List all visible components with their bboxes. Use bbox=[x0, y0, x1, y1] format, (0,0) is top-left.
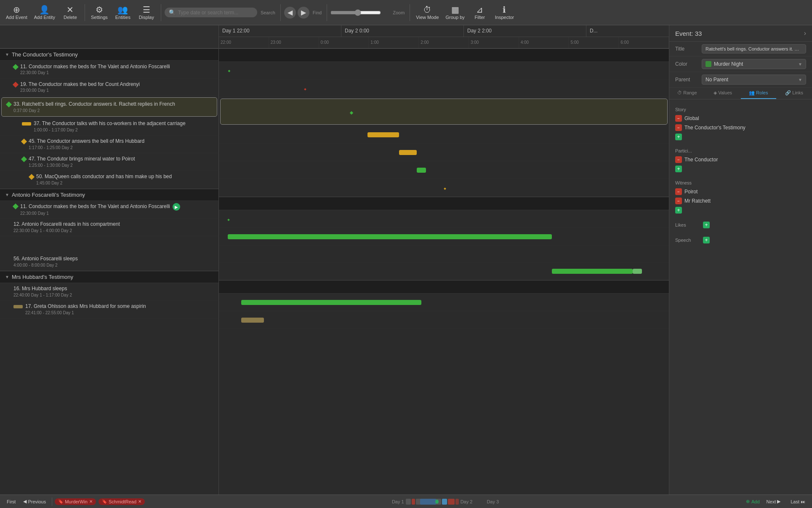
tab-links[interactable]: 🔗 Links bbox=[776, 88, 812, 99]
event-title-19: 19. The Conductor makes the bed for Coun… bbox=[20, 81, 140, 88]
mini-viewport[interactable] bbox=[416, 499, 441, 505]
color-value[interactable]: Murder Night ▼ bbox=[702, 59, 806, 69]
add-icon: ⊕ bbox=[746, 499, 750, 504]
witness-add-row: + bbox=[669, 206, 812, 215]
event-label-antonio-11[interactable]: 11. Conductor makes the beds for The Val… bbox=[0, 201, 218, 219]
witness-header: Witness bbox=[669, 179, 812, 187]
tick-0100: 1:00 bbox=[369, 37, 419, 48]
story-global-remove[interactable]: − bbox=[675, 115, 682, 122]
mini-viewport-handle[interactable] bbox=[420, 499, 436, 505]
group-by-button[interactable]: ▦ Group by bbox=[443, 2, 467, 24]
color-swatch bbox=[706, 61, 711, 67]
bookmark-schmidtread-icon: 🔖 bbox=[102, 499, 107, 504]
group-header-hubbard[interactable]: ▼ Mrs Hubbard's Testimony bbox=[0, 271, 218, 283]
event-label-19[interactable]: 19. The Conductor makes the bed for Coun… bbox=[0, 78, 218, 96]
event-label-11[interactable]: 11. Conductor makes the beds for The Val… bbox=[0, 61, 218, 78]
add-entity-icon: 👤 bbox=[39, 5, 50, 14]
witness-add-button[interactable]: + bbox=[675, 207, 682, 214]
witness-ratchett-remove[interactable]: − bbox=[675, 198, 682, 204]
inspector-panel: Event: 33 › Title Ratchett's bell rings.… bbox=[669, 25, 812, 495]
panel-expand-icon[interactable]: › bbox=[804, 29, 806, 37]
event-title-37: 37. The Conductor talks with his co-work… bbox=[34, 120, 186, 127]
color-label: Color bbox=[675, 61, 698, 67]
event-title-16: 16. Mrs Hubbard sleeps bbox=[13, 286, 213, 292]
event-time-50: 1:45:00 Day 2 bbox=[36, 181, 172, 185]
event-time-11: 22:30:00 Day 1 bbox=[20, 70, 170, 75]
event-title-antonio-11: 11. Conductor makes the beds for The Val… bbox=[20, 203, 170, 210]
likes-add-button[interactable]: + bbox=[703, 222, 710, 228]
close-murderwin-icon[interactable]: ✕ bbox=[89, 499, 93, 504]
previous-button[interactable]: ◀ Previous bbox=[20, 498, 49, 505]
likes-section: Likes + bbox=[669, 217, 812, 233]
bars-group1-header bbox=[219, 48, 669, 62]
event-label-37[interactable]: 37. The Conductor talks with his co-work… bbox=[0, 118, 218, 136]
event-label-33[interactable]: 33. Ratchett's bell rings. Conductor ans… bbox=[1, 97, 217, 117]
bar-56-ext bbox=[633, 269, 642, 274]
bars-column bbox=[219, 48, 669, 495]
participant-conductor-remove[interactable]: − bbox=[675, 156, 682, 163]
event-label-17[interactable]: 17. Greta Ohlsson asks Mrs Hubbard for s… bbox=[0, 301, 218, 318]
event-label-50[interactable]: 50. MacQueen calls conductor and has him… bbox=[0, 171, 218, 189]
event-time-16: 22:40:00 Day 1 - 1:17:00 Day 2 bbox=[13, 293, 213, 297]
add-event-button[interactable]: ⊕ Add Event bbox=[3, 2, 30, 24]
sep-3 bbox=[280, 4, 281, 21]
participant-add-button[interactable]: + bbox=[675, 166, 682, 172]
story-section: Story − Global − The Conductor's Testimo… bbox=[669, 103, 812, 144]
tick-2200: 22:00 bbox=[219, 37, 269, 48]
group-header-conductors[interactable]: ▼ The Conductor's Testimony bbox=[0, 48, 218, 61]
event-time-17: 22:41:00 - 22:55:00 Day 1 bbox=[25, 310, 146, 315]
entities-button[interactable]: 👥 Entities bbox=[112, 2, 134, 24]
event-label-12[interactable]: 12. Antonio Foscarelli reads in his comp… bbox=[0, 219, 218, 236]
event-label-spacer bbox=[0, 236, 218, 253]
view-mode-icon: ⏱ bbox=[423, 5, 431, 14]
ruler-top: Day 1 22:00 Day 2 0:00 Day 2 2:00 D... bbox=[219, 25, 669, 37]
filter-button[interactable]: ⊿ Filter bbox=[469, 2, 491, 24]
participant-section: Partici... − The Conductor + bbox=[669, 144, 812, 176]
speech-label: Speech bbox=[675, 238, 700, 243]
add-button[interactable]: ⊕ Add bbox=[746, 499, 760, 504]
search-container: 🔍 bbox=[165, 8, 257, 17]
inspector-button[interactable]: ℹ Inspector bbox=[493, 2, 516, 24]
parent-value[interactable]: No Parent ▼ bbox=[702, 75, 806, 85]
tab-range[interactable]: ⏱ Range bbox=[669, 88, 705, 99]
timeline-header: Day 1 22:00 Day 2 0:00 Day 2 2:00 D... 2… bbox=[0, 25, 669, 48]
next-button[interactable]: Next ▶ bbox=[763, 498, 784, 505]
event-label-47[interactable]: 47. The Condutor brings mineral water to… bbox=[0, 153, 218, 171]
bottom-nav-left: First ◀ Previous 🔖 MurderWin ✕ 🔖 Schmidt… bbox=[3, 497, 145, 506]
mini-bar-red3 bbox=[455, 499, 459, 505]
view-mode-button[interactable]: ⏱ View Mode bbox=[413, 2, 441, 24]
event-label-16[interactable]: 16. Mrs Hubbard sleeps 22:40:00 Day 1 - … bbox=[0, 283, 218, 301]
speech-add-button[interactable]: + bbox=[703, 237, 710, 243]
tag-schmidtread[interactable]: 🔖 SchmidtRead ✕ bbox=[99, 498, 145, 505]
event-label-45[interactable]: 45. The Conductor answers the bell of Mr… bbox=[0, 136, 218, 153]
search-input[interactable] bbox=[178, 10, 245, 16]
sep-2 bbox=[161, 4, 161, 21]
last-button[interactable]: Last ⏭ bbox=[787, 498, 809, 505]
entities-icon: 👥 bbox=[117, 5, 128, 14]
display-button[interactable]: ☰ Display bbox=[136, 2, 157, 24]
story-add-button[interactable]: + bbox=[675, 134, 682, 140]
close-schmidtread-icon[interactable]: ✕ bbox=[138, 499, 141, 504]
ruler-seg-2: Day 2 0:00 bbox=[341, 25, 464, 37]
sep-4 bbox=[327, 4, 327, 21]
find-prev-button[interactable]: ◀ bbox=[284, 7, 296, 19]
bars-row-17 bbox=[219, 311, 669, 329]
story-conductor-remove[interactable]: − bbox=[675, 124, 682, 131]
last-arrow-icon: ⏭ bbox=[801, 499, 805, 504]
find-next-button[interactable]: ▶ bbox=[298, 7, 309, 19]
add-entity-button[interactable]: 👤 Add Entity bbox=[32, 2, 58, 24]
settings-button[interactable]: ⚙ Settings bbox=[88, 2, 110, 24]
tab-values[interactable]: ◈ Values bbox=[705, 88, 741, 99]
group-title-hubbard: Mrs Hubbard's Testimony bbox=[12, 274, 73, 280]
event-label-56[interactable]: 56. Antonio Foscarelli sleeps 4:00:00 - … bbox=[0, 253, 218, 271]
group-header-antonio[interactable]: ▼ Antonio Foscarelli's Testimony bbox=[0, 189, 218, 201]
delete-button[interactable]: ✕ Delete bbox=[59, 2, 81, 24]
event-time-12: 22:30:00 Day 1 - 4:00:00 Day 2 bbox=[13, 228, 120, 233]
title-value[interactable]: Ratchett's bell rings. Conductor answers… bbox=[702, 44, 806, 53]
first-button[interactable]: First bbox=[3, 498, 19, 505]
tag-murderwin[interactable]: 🔖 MurderWin ✕ bbox=[55, 498, 96, 505]
witness-poirot-remove[interactable]: − bbox=[675, 188, 682, 195]
tab-roles[interactable]: 👥 Roles bbox=[741, 88, 777, 99]
zoom-slider[interactable] bbox=[330, 9, 381, 16]
bar-diamond-33 bbox=[349, 111, 353, 115]
